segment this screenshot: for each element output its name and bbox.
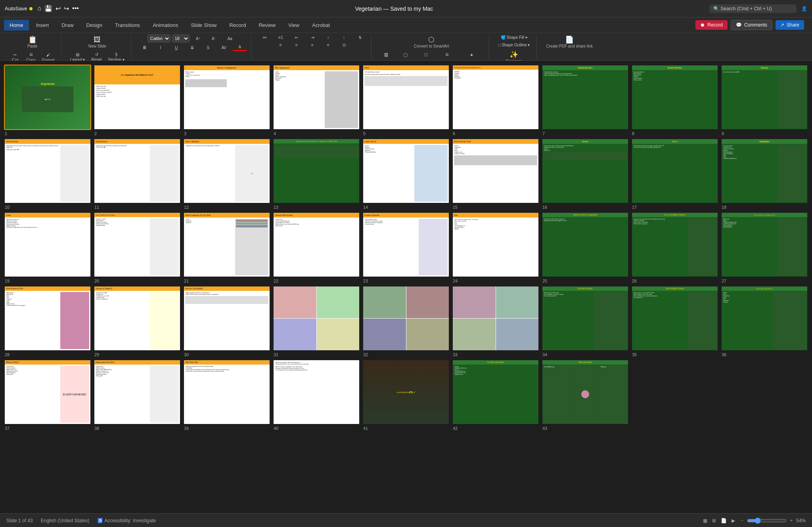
view-slide-sorter-icon[interactable]: ⊞	[712, 518, 716, 523]
slide-thumb-11[interactable]: Hypertension • Vegetarians have lower ra…	[94, 138, 181, 210]
slide-thumb-18[interactable]: Vegetables • 2.5 cups per day • Cooked o…	[721, 138, 808, 210]
paste-button[interactable]: 📋 Paste	[24, 34, 41, 50]
slide-thumb-30[interactable]: How Do I Get Started? • Which vegetarian…	[183, 286, 270, 357]
underline-button[interactable]: U	[169, 45, 184, 51]
clear-format-button[interactable]: Aa	[223, 36, 237, 42]
decrease-indent-button[interactable]: ⇤	[289, 34, 304, 40]
slide-thumb-14[interactable]: Lower risk for: • Cancer • Diabetes • Ho…	[362, 138, 450, 210]
slide-thumb-42[interactable]: For More Information • vrg.org • vegetar…	[452, 359, 539, 431]
tab-design[interactable]: Design	[81, 20, 108, 31]
font-family-select[interactable]: Calibri	[147, 34, 170, 42]
italic-button[interactable]: I	[153, 45, 168, 51]
slide-thumb-36[interactable]: Experiment with Grains • Barley • Farro …	[721, 286, 808, 357]
slide-thumb-10[interactable]: Heart disease • Vegetarians have lower r…	[4, 138, 91, 210]
view-presenter-icon[interactable]: ▶	[732, 518, 735, 523]
slide-thumb-5[interactable]: Who? • 6-8 million American adults Over …	[362, 65, 450, 136]
slides-panel[interactable]: Vegetarian 🥗🍅🥦 1 Is a Vegetarian Diet Ri…	[0, 61, 812, 513]
tab-view[interactable]: View	[283, 20, 305, 31]
tab-draw[interactable]: Draw	[56, 20, 79, 31]
slide-thumb-17[interactable]: Whoa! • Fried potatoes are the most popu…	[631, 138, 718, 210]
save-icon[interactable]: 💾	[44, 5, 52, 12]
tab-record[interactable]: Record	[224, 20, 251, 31]
align-left-button[interactable]: ≡	[274, 42, 288, 48]
slide-thumb-24[interactable]: Fats • No more than 2 servings a day – e…	[452, 212, 539, 283]
slide-thumb-7[interactable]: Health Benefits • Vegetarian diet is usu…	[542, 65, 629, 136]
slide-thumb-33[interactable]: 33	[452, 286, 539, 357]
slide-thumb-9[interactable]: Obesity • Lower body mass index (BMI) 9	[721, 65, 808, 136]
tab-acrobat[interactable]: Acrobat	[306, 20, 335, 31]
undo-icon[interactable]: ↩	[56, 5, 61, 12]
slide-thumb-22[interactable]: Calcium-Rich Foods • 3 cups a day • Look…	[273, 212, 360, 283]
slide-thumb-27[interactable]: Good Sources of Vitamin B-12 • Milk, yog…	[721, 212, 808, 283]
columns-button[interactable]: ⫶	[337, 34, 351, 40]
increase-indent-button[interactable]: ⇥	[305, 34, 320, 40]
zoom-slider[interactable]	[747, 517, 787, 524]
create-pdf-button[interactable]: 📄 Create PDF and share link	[543, 34, 596, 50]
slide-thumb-32[interactable]: 32	[362, 286, 450, 357]
slide-thumb-8[interactable]: Health Benefits Decreased risk/rate: • H…	[631, 65, 718, 136]
bold-button[interactable]: B	[138, 45, 152, 51]
line-spacing-button[interactable]: ↕	[321, 34, 335, 40]
font-size-select[interactable]: 18	[172, 34, 190, 42]
slide-thumb-15[interactable]: What Should I Eat? • Grains • Vegetables…	[452, 138, 539, 210]
numbering-button[interactable]: ≡1	[274, 34, 288, 40]
tab-insert[interactable]: Insert	[31, 20, 55, 31]
slide-thumb-28[interactable]: Good Sources of Zinc • Whole grains • Wh…	[4, 286, 91, 357]
record-button[interactable]: ⏺ Record	[695, 20, 728, 30]
slide-thumb-26[interactable]: Iron: It's A Matter of Beans! • Legumes …	[631, 212, 718, 283]
slide-thumb-34[interactable]: Buy More Produce • Bring home something …	[542, 286, 629, 357]
slide-thumb-31[interactable]: 31	[273, 286, 360, 357]
zoom-in-button[interactable]: ＋	[789, 517, 794, 524]
tab-review[interactable]: Review	[253, 20, 281, 31]
slide-thumb-21[interactable]: Which Legumes Do You Eat? • Lentils • Ch…	[183, 212, 270, 283]
share-button[interactable]: ↗ Share	[776, 20, 804, 30]
nav-icons[interactable]: ⌂ 💾 ↩ ↪ •••	[37, 5, 79, 12]
view-normal-icon[interactable]: ▦	[703, 518, 707, 523]
font-color-button[interactable]: A	[233, 44, 247, 51]
tab-animations[interactable]: Animations	[147, 20, 184, 31]
increase-font-button[interactable]: A⁺	[191, 36, 205, 42]
slide-thumb-38[interactable]: Eating away from home • Restaurants: • M…	[94, 359, 181, 431]
justify-button[interactable]: ≡	[321, 42, 335, 48]
tab-transitions[interactable]: Transitions	[109, 20, 146, 31]
vertical-align-button[interactable]: ⊡	[337, 42, 351, 48]
slide-thumb-3[interactable]: What Is A Vegetarian? Different types: •…	[183, 65, 270, 136]
slide-thumb-4[interactable]: Why Vegetarian? • Health • Ecology • Eth…	[273, 65, 360, 136]
slide-thumb-25[interactable]: Nutrient Focus for Vegetarians • Protein…	[542, 212, 629, 283]
tab-home[interactable]: Home	[4, 20, 29, 31]
home-icon[interactable]: ⌂	[37, 5, 41, 12]
zoom-out-button[interactable]: －	[740, 517, 745, 524]
slide-thumb-23[interactable]: Calcium Sources • Heart-Healthy Calcium …	[362, 212, 450, 283]
user-icon[interactable]: 👤	[801, 6, 807, 11]
slide-thumb-37[interactable]: Where to Shop? • Supermarket • Farmer's …	[4, 359, 91, 431]
shape-outline-button[interactable]: □ Shape Outline ▾	[496, 42, 532, 48]
redo-icon[interactable]: ↪	[64, 5, 69, 12]
view-reading-icon[interactable]: 📄	[721, 518, 727, 523]
slide-thumb-41[interactable]: Local Market 🌽🥦🥕 41	[362, 359, 450, 431]
slide-thumb-16[interactable]: Grains • 6 ounces per day or 3 half-cup …	[542, 138, 629, 210]
slide-thumb-20[interactable]: Heart-Healthy Protein Ideas • Legumes, s…	[94, 212, 181, 283]
slide-thumb-1[interactable]: Vegetarian 🥗🍅🥦 1	[4, 65, 91, 136]
slide-thumb-13[interactable]: Vegetarians had the lowest rate... Diabe…	[273, 138, 360, 210]
slide-thumb-2[interactable]: Is a Vegetarian Diet Right for You? • Wh…	[94, 65, 181, 136]
slide-thumb-43[interactable]: More Information ChooseMyPlate.gov Healt…	[542, 359, 629, 431]
shadow-button[interactable]: S	[201, 45, 215, 51]
strikethrough-button[interactable]: S	[185, 45, 199, 51]
slide-thumb-12[interactable]: Type 2 diabetes • Vegetarians have decre…	[183, 138, 270, 210]
slide-thumb-39[interactable]: Take Home Tips • A balanced vegetarian d…	[183, 359, 270, 431]
slide-thumb-19[interactable]: Fruits • At least 2 cups per day • Discu…	[4, 212, 91, 283]
decrease-font-button[interactable]: A⁻	[207, 36, 221, 42]
slide-thumb-6[interactable]: It's Popular and Growing Because It's...…	[452, 65, 539, 136]
align-right-button[interactable]: ≡	[305, 42, 320, 48]
new-slide-button[interactable]: 🖼 New Slide	[85, 34, 109, 50]
search-bar[interactable]: 🔍 Search (Cmd + Ctrl + U)	[709, 4, 797, 13]
convert-smartart-button[interactable]: ⬡ Convert to SmartArt	[411, 34, 452, 50]
slide-thumb-35[interactable]: Lots of Protein Choices • Dry soy beans …	[631, 286, 718, 357]
slide-thumb-40[interactable]: • As much as possible, without becoming …	[273, 359, 360, 431]
character-spacing-button[interactable]: AV	[217, 45, 231, 51]
bullets-button[interactable]: ≡•	[258, 34, 272, 40]
text-direction-button[interactable]: ⇅	[353, 34, 367, 40]
shape-fill-button[interactable]: 🪣 Shape Fill ▾	[498, 34, 530, 40]
comments-button[interactable]: 💬 Comments	[731, 20, 772, 30]
more-icon[interactable]: •••	[72, 5, 79, 12]
